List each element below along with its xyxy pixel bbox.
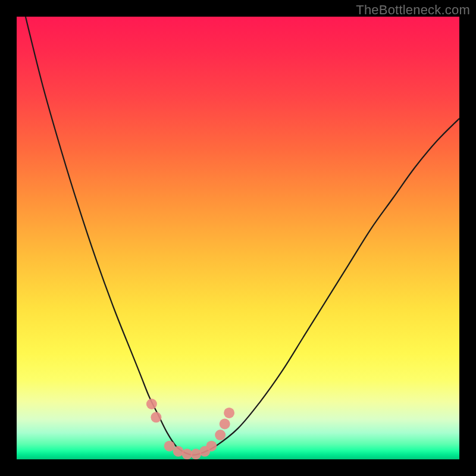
bottleneck-curve-svg (17, 17, 459, 459)
curve-markers-group (146, 399, 234, 459)
curve-marker (215, 430, 226, 440)
curve-marker (220, 419, 230, 430)
curve-marker (206, 441, 217, 452)
watermark-text: TheBottleneck.com (356, 2, 470, 18)
chart-plot-area (17, 17, 459, 459)
curve-marker (146, 399, 157, 409)
curve-marker (224, 408, 234, 418)
curve-marker (151, 412, 161, 422)
bottleneck-curve-path (26, 17, 459, 455)
